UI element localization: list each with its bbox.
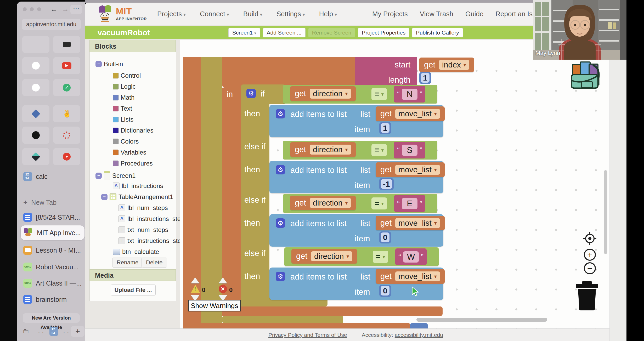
equals-dropdown[interactable]: =▾ [373,251,388,263]
minimize-window-icon[interactable] [30,7,34,11]
url-bar[interactable]: appinventor.mit.edu [22,19,81,30]
menu-settings[interactable]: Settings▾ [276,10,305,18]
equals-dropdown[interactable]: =▾ [371,197,387,209]
window-controls[interactable] [23,7,43,12]
screen-selector-button[interactable]: Screen1 ▾ [228,28,260,37]
tab-brainstorm[interactable]: brainstorm [23,295,83,304]
block-string-e[interactable]: “ E ” [394,195,425,212]
tile-blank[interactable] [22,36,49,53]
block-get-direction[interactable]: get direction▾ [290,142,356,157]
horizontal-scrollbar[interactable] [416,318,547,322]
block-start-length[interactable]: start length [355,57,417,88]
close-window-icon[interactable] [23,7,27,11]
block-orange-body[interactable] [222,57,356,88]
error-up-arrow[interactable] [219,277,227,283]
collapse-icon[interactable]: − [101,194,108,200]
tree-btn-calculate[interactable]: btn_calculate [113,248,159,255]
category-procedures[interactable]: Procedures [113,160,153,167]
mutator-gear-icon[interactable]: ⚙ [276,218,285,228]
tile-dark-cube[interactable] [22,148,49,165]
tile-record[interactable] [22,127,49,144]
project-properties-button[interactable]: Project Properties [358,28,409,37]
tab-doc-85[interactable]: [8/5/24 STAR... [23,213,83,222]
block-get-direction[interactable]: get direction▾ [290,196,356,210]
tree-table-arrangement[interactable]: − TableArrangement1 [101,193,173,201]
error-icon[interactable]: ✕ [219,285,227,293]
variable-dropdown[interactable]: direction▾ [310,89,351,99]
rename-button[interactable]: Rename [112,258,143,268]
mit-app-inventor-logo[interactable] [96,5,114,24]
tile-laptop[interactable] [53,36,80,53]
menu-help[interactable]: Help▾ [319,10,337,18]
delete-button[interactable]: Delete [142,258,167,268]
back-icon[interactable]: ← [50,5,57,13]
category-colors[interactable]: Colors [113,138,139,145]
warning-icon[interactable] [191,285,200,293]
publish-to-gallery-button[interactable]: Publish to Gallery [412,28,463,37]
maximize-window-icon[interactable] [37,7,41,11]
tree-txt-num-steps[interactable]: I txt_num_steps [118,226,168,234]
variable-dropdown[interactable]: direction▾ [310,145,351,155]
vertical-scrollbar[interactable] [604,170,607,254]
block-get-move-list[interactable]: get move_list▾ [376,216,445,230]
category-dictionaries[interactable]: Dictionaries [113,127,153,134]
link-guide[interactable]: Guide [465,10,483,18]
category-logic[interactable]: Logic [113,83,135,90]
block-number-item-e[interactable]: 0 [379,231,391,243]
mutator-gear-icon[interactable]: ⚙ [276,109,285,118]
tab-robot-vacuum[interactable]: Robot Vacuu... [23,263,83,271]
tile-hand[interactable]: ✌ [53,105,80,122]
block-get-direction[interactable]: get direction▾ [291,249,357,264]
collapse-icon[interactable]: − [95,61,102,67]
menu-build[interactable]: Build▾ [243,10,262,18]
block-add-items-n[interactable]: ⚙ add items to list list get move_list▾ … [269,105,443,137]
block-string-s[interactable]: “ S ” [394,142,425,158]
tile-github[interactable] [22,57,49,74]
mutator-gear-icon[interactable]: ⚙ [276,165,285,174]
tab-lesson8[interactable]: Lesson 8 - MI... [23,246,83,255]
arc-update-banner[interactable]: New Arc Version Available [23,313,80,323]
warning-up-arrow[interactable] [191,277,199,283]
category-variables[interactable]: Variables [113,149,146,156]
tree-lbl-instructions-steps[interactable]: A lbl_instructions_steps [118,215,187,223]
tile-check[interactable]: ✓ [53,79,80,96]
block-tan-column[interactable] [201,57,222,323]
new-space-button[interactable]: + [71,326,84,337]
block-orange-spine[interactable] [222,88,241,307]
block-string-w[interactable]: “ W ” [395,248,427,265]
tile-cube[interactable] [22,105,49,122]
block-get-direction[interactable]: get direction▾ [290,86,356,101]
show-warnings-button[interactable]: Show Warnings [188,300,241,311]
equals-dropdown[interactable]: =▾ [371,144,387,156]
archive-icon[interactable]: 🗀 [23,327,29,335]
block-number-length[interactable]: 1 [419,72,431,84]
category-math[interactable]: Math [113,94,134,101]
block-condition-e[interactable]: get direction▾ =▾ “ E ” [283,194,437,213]
block-condition-w[interactable]: get direction▾ =▾ “ W ” [284,247,439,266]
category-text[interactable]: Text [113,105,132,112]
variable-dropdown[interactable]: move_list▾ [395,165,440,175]
center-blocks-icon[interactable] [583,232,596,245]
variable-dropdown[interactable]: direction▾ [310,198,351,208]
mutator-gear-icon[interactable]: ⚙ [246,89,256,98]
more-menu-icon[interactable]: ⋯ [70,5,82,14]
backpack-icon[interactable] [571,60,601,93]
block-get-index[interactable]: get index▾ [419,58,474,72]
block-number-item-w[interactable]: 0 [379,285,391,297]
block-orange-bottom[interactable] [222,306,443,316]
tile-play[interactable] [53,148,80,165]
tile-github-2[interactable] [22,79,49,96]
block-get-move-list[interactable]: get move_list▾ [376,106,445,121]
category-lists-selected[interactable]: Lists [113,116,133,123]
block-add-items-s[interactable]: ⚙ add items to list list get move_list▾ … [269,161,443,193]
variable-dropdown[interactable]: move_list▾ [395,218,440,228]
calculator-icon[interactable] [49,327,58,336]
tab-art-class[interactable]: Art Class II —... [23,279,83,288]
variable-dropdown[interactable]: move_list▾ [395,109,440,119]
tile-canvas[interactable] [53,127,80,144]
tree-lbl-num-steps[interactable]: A lbl_num_steps [118,204,168,212]
category-control[interactable]: Control [113,72,141,79]
variable-dropdown[interactable]: move_list▾ [395,271,440,281]
tree-built-in[interactable]: − Built-in [95,60,123,68]
mutator-gear-icon[interactable]: ⚙ [276,272,285,281]
